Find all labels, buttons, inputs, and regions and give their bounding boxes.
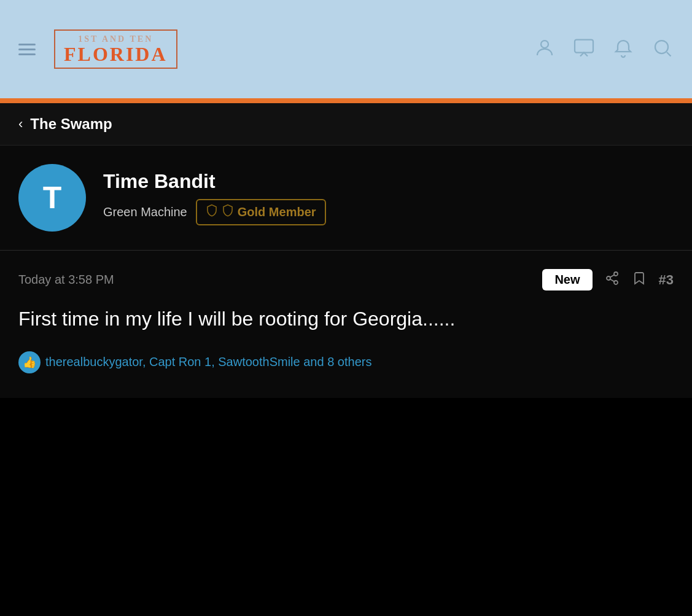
gold-member-badge: Gold Member	[196, 199, 326, 225]
chat-icon[interactable]	[573, 37, 595, 61]
section-title: The Swamp	[30, 115, 112, 133]
post-meta: Today at 3:58 PM New #3	[18, 269, 674, 290]
likes-section: 👍 therealbuckygator, Capt Ron 1, Sawtoot…	[18, 351, 674, 373]
site-header: 1ST AND TEN FLORIDA	[0, 0, 692, 98]
site-logo[interactable]: 1ST AND TEN FLORIDA	[54, 29, 177, 69]
profile-section: T Time Bandit Green Machine Gold Member	[0, 146, 692, 251]
post-actions: New #3	[542, 269, 674, 290]
search-icon[interactable]	[651, 37, 674, 61]
svg-point-4	[607, 276, 610, 280]
profile-icon[interactable]	[534, 37, 556, 61]
svg-point-2	[655, 41, 668, 53]
svg-rect-1	[575, 40, 593, 53]
thumbs-up-icon: 👍	[18, 351, 41, 373]
back-nav: ‹ The Swamp	[0, 103, 692, 146]
avatar[interactable]: T	[18, 164, 86, 232]
share-icon[interactable]	[605, 271, 620, 289]
gold-member-text: Gold Member	[238, 205, 316, 219]
svg-point-0	[541, 41, 548, 48]
svg-point-3	[614, 272, 618, 276]
likes-text[interactable]: therealbuckygator, Capt Ron 1, SawtoothS…	[45, 355, 371, 369]
header-icons	[534, 37, 674, 61]
bell-icon[interactable]	[612, 37, 634, 61]
username[interactable]: Time Bandit	[103, 170, 326, 193]
shield-icon-2	[222, 204, 234, 220]
shield-icon-1	[206, 204, 218, 220]
svg-line-7	[610, 275, 614, 277]
group-name: Green Machine	[103, 205, 187, 219]
post-section: Today at 3:58 PM New #3 First time in my…	[0, 251, 692, 398]
post-content: First time in my life I will be rooting …	[18, 305, 674, 333]
svg-line-6	[610, 279, 614, 281]
avatar-letter: T	[43, 180, 62, 216]
header-border	[0, 98, 692, 103]
svg-point-5	[614, 281, 618, 284]
bookmark-icon[interactable]	[632, 271, 647, 289]
post-number: #3	[659, 272, 674, 288]
post-timestamp: Today at 3:58 PM	[18, 273, 114, 287]
new-badge[interactable]: New	[542, 269, 592, 290]
back-arrow-icon[interactable]: ‹	[18, 116, 23, 132]
likes-link[interactable]: therealbuckygator, Capt Ron 1, SawtoothS…	[45, 355, 371, 368]
logo-bottom-text: FLORIDA	[64, 44, 168, 64]
profile-info: Time Bandit Green Machine Gold Member	[103, 170, 326, 225]
profile-meta: Green Machine Gold Member	[103, 199, 326, 225]
hamburger-icon[interactable]	[18, 44, 36, 55]
